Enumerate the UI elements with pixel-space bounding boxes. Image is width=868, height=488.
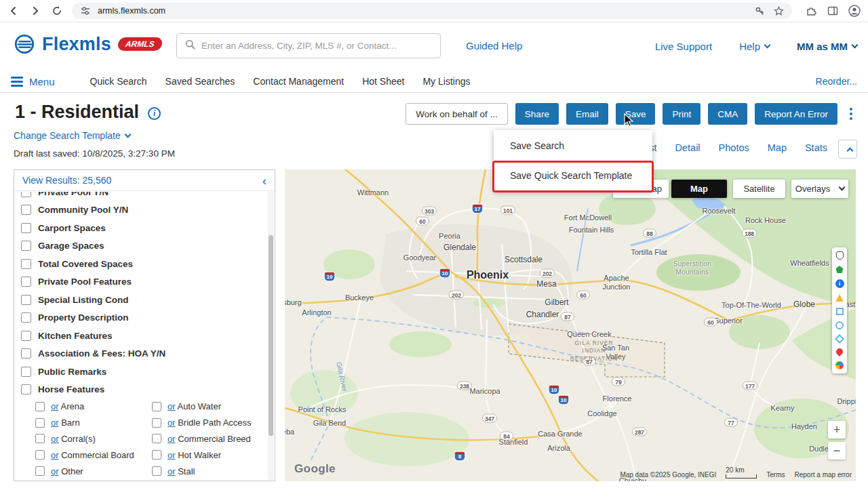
nav-item[interactable]: Hot Sheet [362, 76, 404, 87]
option-checkbox[interactable] [35, 402, 45, 411]
field-checkbox[interactable] [21, 277, 31, 287]
save-quick-search-template-item[interactable]: Save Quick Search Template [494, 161, 652, 190]
field-checkbox[interactable] [21, 295, 31, 305]
map-type-button[interactable]: Map [671, 180, 727, 198]
option-checkbox[interactable] [35, 466, 45, 476]
or-link[interactable]: or [167, 434, 176, 444]
or-link[interactable]: or [51, 434, 59, 444]
or-link[interactable]: or [51, 418, 59, 428]
option-checkbox[interactable] [152, 434, 161, 443]
field-checkbox[interactable] [21, 223, 31, 233]
help-menu[interactable]: Help [739, 41, 770, 52]
report-map-error-link[interactable]: Report a map error [795, 471, 852, 479]
results-panel-header: View Results: 25,560 [14, 170, 275, 191]
zoom-out-button[interactable]: − [828, 442, 846, 460]
menu-button[interactable]: Menu [11, 76, 55, 87]
change-search-template-link[interactable]: Change Search Template [14, 130, 130, 141]
reorder-link[interactable]: Reorder... [816, 76, 857, 87]
live-support-link[interactable]: Live Support [655, 41, 712, 52]
field-checkbox[interactable] [21, 384, 31, 394]
view-results-link[interactable]: View Results: 25,560 [22, 175, 111, 186]
or-link[interactable]: or [51, 450, 59, 460]
url-bar[interactable]: armls.flexmls.com [72, 3, 792, 19]
collapse-panel-icon[interactable] [262, 174, 267, 187]
field-checkbox[interactable] [21, 192, 31, 197]
brand-logo[interactable]: Flexmls ARMLS [14, 33, 162, 55]
view-tab[interactable]: Photos [719, 142, 749, 153]
info-icon[interactable]: i [148, 107, 161, 120]
save-search-item[interactable]: Save Search [494, 131, 652, 161]
field-checkbox[interactable] [21, 331, 31, 341]
global-search[interactable] [176, 33, 441, 58]
forward-icon[interactable] [28, 4, 42, 18]
view-tab[interactable]: Stats [805, 142, 827, 153]
zoom-in-button[interactable]: + [828, 421, 846, 439]
option-checkbox[interactable] [35, 434, 45, 443]
option-checkbox[interactable] [152, 418, 161, 428]
more-actions-button[interactable] [845, 103, 857, 125]
or-link[interactable]: or [51, 466, 59, 476]
search-input[interactable] [201, 41, 432, 51]
toolbar-button[interactable]: Report An Error [755, 103, 837, 125]
view-tab[interactable]: Detail [675, 142, 701, 153]
map-city-label: Apache Junction [594, 274, 639, 291]
field-checkbox[interactable] [21, 205, 31, 215]
passwords-key-icon[interactable] [753, 4, 766, 18]
tune-icon[interactable] [79, 4, 92, 18]
search-field-row: Horse Features [21, 381, 267, 399]
option-checkbox[interactable] [152, 402, 161, 411]
measure-icon[interactable] [835, 294, 844, 302]
nav-item[interactable]: Saved Searches [165, 76, 235, 87]
user-menu[interactable]: MM as MM [797, 41, 857, 52]
toolbar-button[interactable]: Print [663, 103, 701, 125]
or-link[interactable]: or [167, 450, 176, 460]
option-checkbox[interactable] [152, 466, 161, 476]
scrollbar-thumb[interactable] [269, 235, 273, 436]
nav-item[interactable]: Contact Management [253, 76, 344, 87]
panel-scrollbar[interactable] [268, 192, 274, 480]
pan-hand-icon[interactable] [836, 251, 844, 260]
field-checkbox[interactable] [21, 348, 31, 359]
field-checkbox[interactable] [21, 259, 31, 269]
work-on-behalf-button[interactable]: Work on behalf of ... [406, 103, 508, 125]
collapse-toolbar-button[interactable] [838, 140, 857, 159]
option-checkbox[interactable] [152, 450, 161, 460]
extensions-icon[interactable] [804, 4, 818, 18]
nav-item[interactable]: My Listings [422, 76, 470, 87]
circle-tool-icon[interactable] [835, 321, 844, 329]
refresh-icon[interactable] [50, 4, 64, 18]
map-panel[interactable]: WittmannPeoriaGlendalePhoenixScottsdaleG… [285, 169, 856, 481]
rectangle-tool-icon[interactable] [836, 308, 844, 315]
field-label: Garage Spaces [38, 241, 104, 251]
toolbar-button[interactable]: Email [566, 103, 608, 125]
view-tab[interactable]: Map [768, 142, 787, 153]
or-link[interactable]: or [167, 418, 176, 428]
or-link[interactable]: or [167, 401, 176, 411]
profile-avatar-icon[interactable] [848, 4, 861, 18]
or-link[interactable]: or [167, 466, 176, 476]
bookmark-star-icon[interactable] [772, 4, 785, 18]
or-link[interactable]: or [51, 401, 59, 411]
option-checkbox[interactable] [35, 418, 45, 428]
nav-item[interactable]: Quick Search [90, 76, 147, 87]
field-checkbox[interactable] [21, 367, 31, 377]
option-checkbox[interactable] [35, 450, 45, 460]
toolbar-button[interactable]: Save [616, 103, 656, 125]
toolbar-button[interactable]: Share [515, 103, 559, 125]
back-icon[interactable] [7, 4, 20, 18]
layers-globe-icon[interactable] [835, 361, 844, 369]
side-panel-icon[interactable] [826, 4, 840, 18]
toolbar-button[interactable]: CMA [708, 103, 747, 125]
satellite-type-button[interactable]: Satellite [733, 180, 785, 198]
field-rows: Private Pool Y/N Community Pool Y/N Carp… [21, 192, 267, 399]
guided-help-link[interactable]: Guided Help [466, 40, 522, 52]
pin-tool-icon[interactable] [835, 347, 844, 357]
map-info-icon[interactable]: i [835, 279, 844, 288]
field-checkbox[interactable] [21, 312, 31, 323]
draw-shape-icon[interactable] [836, 266, 844, 273]
polygon-tool-icon[interactable] [835, 334, 844, 344]
field-checkbox[interactable] [21, 241, 31, 251]
terms-link[interactable]: Terms [766, 471, 785, 479]
overlays-button[interactable]: Overlays [791, 180, 848, 198]
header-links: Live Support Help MM as MM [655, 22, 857, 70]
